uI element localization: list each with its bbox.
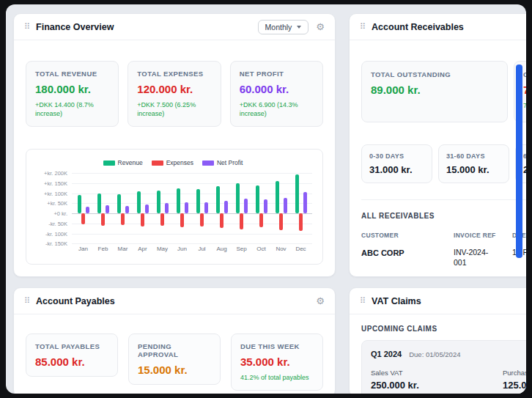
x-tick-label: Oct — [251, 246, 271, 252]
y-tick-label: +kr. 100K — [44, 191, 67, 197]
receivables-header: ⠿ Account Receivables — [350, 14, 526, 40]
chart-bar — [97, 194, 101, 213]
chart-bar — [160, 213, 164, 226]
x-tick-label: Apr — [133, 246, 152, 252]
aging-value: 31.000 kr. — [369, 164, 424, 175]
finance-body: TOTAL REVENUE 180.000 kr. +DKK 14.400 (8… — [14, 40, 335, 276]
chart-bar — [101, 213, 105, 225]
stat-value: 15.000 kr. — [138, 364, 211, 376]
all-receivables-section: ALL RECEIVABLES CUSTOMER INVOICE REF DUE… — [361, 199, 526, 268]
aging-card-0-30: 0-30 DAYS 31.000 kr. — [361, 144, 432, 183]
x-tick-label: Jul — [192, 246, 212, 252]
stat-sub: 78% of total — [523, 101, 526, 110]
chart-bar — [259, 213, 263, 227]
x-tick-label: Sep — [232, 246, 251, 252]
aging-value: 15.000 kr. — [446, 164, 501, 175]
account-payables-panel: ⠿ Account Payables ⚙ TOTAL PAYABLES 85.0… — [13, 287, 336, 394]
chart-month-group — [232, 173, 251, 243]
aging-value: 25.000 kr. — [523, 164, 526, 175]
stat-card-net-profit: NET PROFIT 60.000 kr. +DKK 6.900 (14.3% … — [230, 61, 323, 127]
vat-header: ⠿ VAT Claims — [350, 288, 526, 314]
chart-x-axis: JanFebMarAprMayJunJulAugSepOctNovDec — [72, 246, 311, 252]
chart-bar — [185, 202, 188, 214]
finance-stats-row: TOTAL REVENUE 180.000 kr. +DKK 14.400 (8… — [26, 61, 323, 127]
chart-bar — [196, 189, 200, 213]
chart-bar — [177, 188, 180, 213]
chart-bar — [180, 213, 184, 227]
x-tick-label: Dec — [291, 246, 311, 252]
legend-item: Expenses — [152, 159, 193, 166]
stat-card-total-revenue: TOTAL REVENUE 180.000 kr. +DKK 14.400 (8… — [26, 61, 119, 127]
y-tick-label: +0 kr. — [53, 210, 67, 217]
finance-chart: RevenueExpensesNet Profit +kr. 200K+kr. … — [26, 149, 323, 265]
legend-item: Revenue — [103, 159, 143, 166]
period-select[interactable]: Monthly — [258, 20, 309, 34]
x-tick-label: May — [152, 246, 172, 252]
chart-bar — [165, 203, 169, 214]
stat-value: 60.000 kr. — [240, 83, 314, 95]
chart-bar — [145, 204, 149, 213]
x-tick-label: Feb — [93, 246, 113, 252]
table-row[interactable]: ABC CORP INV-2024-001 15 Feb 2024 — [361, 248, 526, 268]
purchase-vat-label: Purchase VAT — [503, 369, 526, 377]
finance-header-actions: Monthly ⚙ — [258, 20, 325, 34]
sales-vat-label: Sales VAT — [371, 369, 503, 377]
purchase-vat-col: Purchase VAT 125.000 kr. — [503, 369, 526, 391]
drag-handle-icon[interactable]: ⠿ — [360, 23, 366, 31]
chart-bar — [216, 186, 220, 213]
payables-stats-row: TOTAL PAYABLES 85.000 kr. PENDING APPROV… — [26, 333, 323, 391]
gear-icon[interactable]: ⚙ — [316, 296, 325, 306]
stat-value: 180.000 kr. — [35, 83, 109, 95]
scrollbar-thumb[interactable] — [516, 65, 522, 258]
stat-label: OVERDUE — [523, 70, 526, 78]
gear-icon[interactable]: ⚙ — [316, 22, 325, 32]
chart-bar — [279, 213, 283, 229]
stat-label: NET PROFIT — [240, 70, 314, 78]
purchase-vat-value: 125.000 kr. — [503, 380, 526, 391]
claim-card: Q1 2024 Due: 01/05/2024 Sales VAT 250.00… — [361, 340, 526, 394]
chart-month-group — [192, 173, 212, 243]
stat-value: 120.000 kr. — [137, 83, 211, 95]
chart-bar — [256, 185, 259, 213]
gridline — [72, 243, 312, 244]
stat-sub: +DKK 7.500 (6.25% increase) — [137, 100, 211, 118]
panel-title: Account Payables — [36, 296, 115, 306]
stat-value: 89.000 kr. — [371, 84, 498, 96]
chart-bar — [81, 213, 85, 224]
chart-area: +kr. 200K+kr. 150K+kr. 100K+kr. 50K+0 kr… — [31, 173, 315, 243]
chart-bar — [78, 195, 81, 213]
chart-bar — [125, 206, 129, 213]
payables-header: ⠿ Account Payables ⚙ — [14, 288, 335, 314]
stat-value: 70.000 kr. — [523, 84, 526, 96]
chart-month-group — [172, 173, 192, 243]
chart-bar — [244, 199, 248, 213]
legend-swatch — [152, 161, 163, 166]
chart-bar — [157, 191, 160, 214]
chart-bar — [303, 192, 307, 213]
x-tick-label: Mar — [113, 246, 133, 252]
x-tick-label: Nov — [271, 246, 291, 252]
chart-bar — [295, 174, 299, 213]
column-header-invoice-ref: INVOICE REF — [454, 232, 499, 239]
vat-values-row: Sales VAT 250.000 kr. Purchase VAT 125.0… — [371, 369, 526, 391]
aging-card-31-60: 31-60 DAYS 15.000 kr. — [438, 144, 509, 183]
stat-card-total-expenses: TOTAL EXPENSES 120.000 kr. +DKK 7.500 (6… — [128, 61, 221, 127]
drag-handle-icon[interactable]: ⠿ — [24, 23, 30, 31]
chart-plot — [72, 173, 315, 243]
chart-bar — [200, 213, 204, 226]
aging-label: 61-90 DAYS — [523, 152, 526, 160]
chart-bar — [137, 191, 141, 213]
stat-value: 85.000 kr. — [35, 355, 108, 368]
drag-handle-icon[interactable]: ⠿ — [24, 297, 30, 305]
chart-bar — [224, 201, 228, 213]
chart-month-group — [291, 173, 311, 243]
claim-period: Q1 2024 — [371, 350, 402, 358]
chart-month-group — [251, 173, 271, 243]
chart-month-group — [73, 173, 93, 243]
aging-label: 0-30 DAYS — [369, 152, 424, 160]
y-tick-label: -kr. 100K — [45, 231, 67, 237]
drag-handle-icon[interactable]: ⠿ — [360, 297, 366, 305]
legend-swatch — [103, 161, 115, 166]
chart-bar — [299, 213, 303, 231]
receivables-body: TOTAL OUTSTANDING 89.000 kr. OVERDUE 70.… — [350, 40, 526, 277]
